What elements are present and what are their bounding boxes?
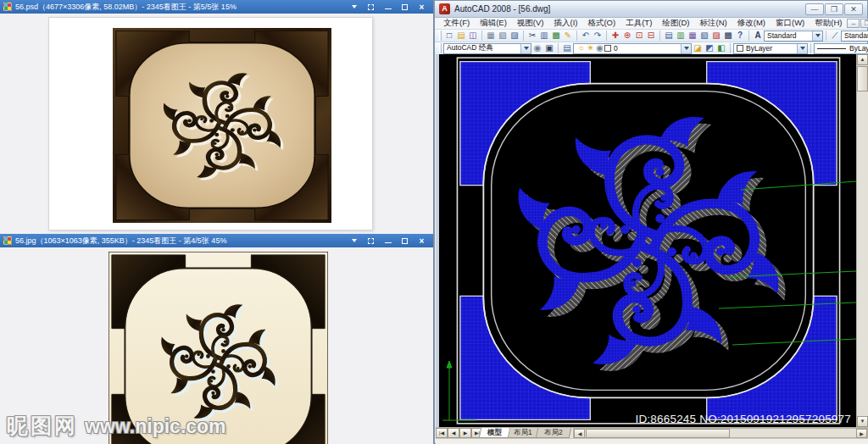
menu-modify[interactable]: 修改(M) [732, 18, 771, 29]
menu-dropdown-button[interactable] [349, 236, 359, 245]
standard-toolbar: □ ▤ ◫ ▦ ▧ ▨ ✂ ▥ ▩ ✎ ↶ ↷ ✚ ⊕ ⊡ ⊟ ▤ ▥ ▦ ▧ … [435, 30, 867, 42]
markup-icon[interactable]: ▨ [710, 31, 722, 42]
command-line-strip[interactable] [436, 438, 868, 444]
menu-format[interactable]: 格式(O) [582, 18, 620, 29]
menu-draw[interactable]: 绘图(D) [657, 18, 694, 29]
dim-style-combo[interactable]: Standard [841, 31, 868, 42]
quickcalc-icon[interactable]: ▩ [722, 31, 734, 42]
help-icon[interactable]: ? [734, 31, 746, 42]
workspace-combo[interactable]: AutoCAD 经典 [443, 43, 531, 54]
menu-view[interactable]: 视图(V) [512, 18, 549, 29]
pan-icon[interactable]: ✚ [609, 31, 621, 42]
plot-preview-icon[interactable]: ▧ [497, 31, 509, 42]
viewer-canvas[interactable] [0, 14, 434, 234]
fullscreen-button[interactable] [366, 236, 376, 245]
viewer-canvas[interactable] [0, 247, 434, 444]
combo-arrow-icon[interactable] [520, 44, 531, 53]
autocad-title: AutoCAD 2008 - [56.dwg] [454, 4, 805, 14]
paste-icon[interactable]: ▩ [550, 31, 562, 42]
scroll-left-button[interactable]: ◀ [574, 429, 585, 438]
tab-next-button[interactable]: ▶ [459, 428, 471, 438]
mdi-restore-button[interactable]: ❐ [860, 19, 868, 28]
cut-icon[interactable]: ✂ [526, 31, 538, 42]
vertical-scroll-thumb[interactable] [857, 66, 868, 92]
mdi-minimize-button[interactable]: – [847, 19, 860, 28]
cad-model-canvas[interactable]: ID:8665245 NO:20150919212957205977 [439, 54, 856, 427]
marble-tile-image-psd [113, 28, 331, 223]
viewer-titlebar[interactable]: 56.jpg（1063×1063像素, 355KB）- 2345看图王 - 第4… [0, 234, 433, 247]
save-icon[interactable]: ◫ [467, 31, 479, 42]
layer-color-swatch [604, 45, 611, 52]
new-file-icon[interactable]: □ [443, 31, 455, 42]
dim-style-icon: ⟋ [829, 31, 841, 42]
tab-prev-button[interactable]: ◀ [448, 428, 459, 438]
toolbar-grip[interactable] [439, 31, 442, 41]
cad-annotation-overlay [439, 54, 856, 427]
plot-icon[interactable]: ▦ [485, 31, 497, 42]
scroll-up-button[interactable]: ▲ [857, 54, 868, 65]
viewer-window-psd: 56.psd（4677×3306像素, 58.02MB）- 2345看图王 - … [0, 0, 434, 234]
viewer-titlebar[interactable]: 56.psd（4677×3306像素, 58.02MB）- 2345看图王 - … [0, 0, 433, 14]
layer-previous-icon[interactable]: ◩ [704, 43, 715, 54]
horizontal-scrollbar[interactable]: ◀ ▶ [573, 428, 868, 438]
color-combo[interactable]: ByLayer [733, 43, 808, 54]
menu-insert[interactable]: 插入(I) [548, 18, 582, 29]
layer-properties-icon[interactable]: ▤ [561, 43, 573, 54]
zoom-realtime-icon[interactable]: ⊕ [621, 31, 633, 42]
close-button[interactable]: ✕ [844, 3, 863, 15]
combo-arrow-icon[interactable] [797, 44, 807, 53]
close-button[interactable]: × [417, 236, 426, 245]
layout-tabs-row: |◀ ◀ ▶ ▶| 模型 布局1 布局2 ◀ ▶ [436, 427, 868, 438]
workspace-settings-icon[interactable]: ◉ [531, 43, 543, 54]
maximize-button[interactable] [400, 236, 409, 245]
menu-dropdown-button[interactable] [349, 3, 359, 11]
workspace-save-icon[interactable]: ▣ [543, 43, 555, 54]
zoom-previous-icon[interactable]: ⊟ [645, 31, 657, 42]
tab-layout2[interactable]: 布局2 [535, 428, 570, 438]
vertical-scrollbar[interactable]: ▲ ▼ [856, 54, 868, 427]
layer-freeze-icon: ☀ [586, 43, 595, 54]
minimize-button[interactable]: — [805, 3, 824, 15]
menu-file[interactable]: 文件(F) [438, 18, 475, 29]
combo-arrow-icon[interactable] [812, 31, 822, 41]
maximize-button[interactable] [400, 3, 409, 11]
autocad-window: A AutoCAD 2008 - [56.dwg] — ❐ ✕ 文件(F) 编辑… [434, 0, 868, 444]
tab-model[interactable]: 模型 [479, 428, 511, 438]
menu-help[interactable]: 帮助(H) [810, 18, 847, 29]
menu-window[interactable]: 窗口(W) [771, 18, 810, 29]
tab-first-button[interactable]: |◀ [436, 428, 448, 438]
menu-tools[interactable]: 工具(T) [620, 18, 657, 29]
toolbar-grip[interactable] [439, 43, 442, 53]
linetype-combo[interactable]: ByLayer [814, 43, 868, 54]
autocad-titlebar[interactable]: A AutoCAD 2008 - [56.dwg] — ❐ ✕ [435, 1, 867, 18]
sheet-set-manager-icon[interactable]: ▧ [698, 31, 710, 42]
designcenter-icon[interactable]: ▥ [675, 31, 687, 42]
publish-icon[interactable]: ▨ [509, 31, 520, 42]
copy-icon[interactable]: ▥ [538, 31, 550, 42]
match-properties-icon[interactable]: ✎ [562, 31, 574, 42]
viewer-window-jpg: 56.jpg（1063×1063像素, 355KB）- 2345看图王 - 第4… [0, 234, 434, 444]
close-button[interactable]: × [417, 3, 426, 11]
minimize-button[interactable] [383, 236, 392, 245]
make-layer-current-icon[interactable]: ◪ [692, 43, 704, 54]
drawing-area-frame: ID:8665245 NO:20150919212957205977 ▲ ▼ [436, 54, 868, 427]
scroll-right-button[interactable]: ▶ [856, 429, 867, 438]
tool-palettes-icon[interactable]: ▦ [687, 31, 698, 42]
combo-arrow-icon[interactable] [681, 44, 691, 53]
zoom-window-icon[interactable]: ⊡ [633, 31, 645, 42]
text-style-combo[interactable]: Standard [764, 31, 823, 42]
scroll-down-button[interactable]: ▼ [857, 416, 868, 427]
redo-icon[interactable]: ↷ [592, 31, 604, 42]
menu-dimension[interactable]: 标注(N) [695, 18, 732, 29]
horizontal-scroll-thumb[interactable] [586, 429, 730, 438]
menu-edit[interactable]: 编辑(E) [475, 18, 512, 29]
open-icon[interactable]: ▤ [455, 31, 467, 42]
fullscreen-button[interactable] [366, 3, 376, 11]
minimize-button[interactable] [383, 3, 392, 11]
undo-icon[interactable]: ↶ [580, 31, 592, 42]
properties-icon[interactable]: ▤ [663, 31, 675, 42]
layer-states-icon[interactable]: ◧ [715, 43, 727, 54]
restore-button[interactable]: ❐ [825, 3, 843, 15]
color-swatch [737, 45, 743, 52]
layer-combo[interactable]: ○ ☀ ◉ 0 [573, 43, 692, 54]
